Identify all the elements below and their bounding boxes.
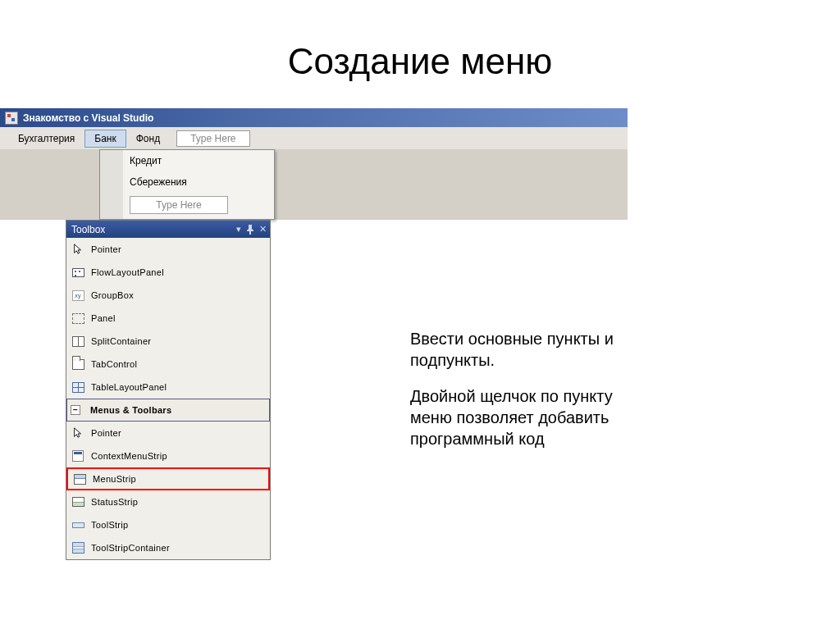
toolbox-item-groupbox[interactable]: xy GroupBox bbox=[66, 284, 270, 307]
toolbox-item-label: ToolStripContainer bbox=[91, 543, 170, 553]
body-text: Ввести основные пункты и подпункты. Двой… bbox=[410, 328, 656, 464]
groupbox-icon: xy bbox=[71, 289, 84, 302]
toolbox-list: Pointer FlowLayoutPanel xy GroupBox Pane… bbox=[66, 238, 270, 559]
toolbox-item-label: Pointer bbox=[91, 244, 121, 254]
toolbox-category-menus[interactable]: − Menus & Toolbars bbox=[66, 399, 270, 422]
toolbox-title: Toolbox bbox=[71, 224, 105, 235]
toolstrip-icon bbox=[71, 518, 84, 531]
menu-item-bank[interactable]: Банк bbox=[84, 130, 126, 148]
toolbox-item-label: TableLayoutPanel bbox=[91, 382, 167, 392]
flowlayout-icon bbox=[71, 266, 84, 279]
pointer-icon bbox=[71, 426, 84, 440]
body-paragraph-2: Двойной щелчок по пункту меню позволяет … bbox=[410, 385, 656, 449]
toolbox-item-toolstripcontainer[interactable]: ToolStripContainer bbox=[66, 536, 270, 559]
dropdown-item-savings[interactable]: Сбережения bbox=[100, 171, 274, 193]
app-icon bbox=[5, 112, 18, 125]
toolbox-item-label: TabControl bbox=[91, 359, 137, 369]
slide-title: Создание меню bbox=[0, 41, 840, 82]
contextmenu-icon bbox=[71, 449, 84, 463]
toolbox-item-panel[interactable]: Panel bbox=[66, 307, 270, 330]
toolbox-item-statusstrip[interactable]: StatusStrip bbox=[66, 490, 270, 513]
toolbox-item-label: StatusStrip bbox=[91, 497, 138, 507]
menu-item-accounting[interactable]: Бухгалтерия bbox=[8, 130, 84, 148]
toolbox-item-tablelayoutpanel[interactable]: TableLayoutPanel bbox=[66, 376, 270, 399]
dropdown-icon[interactable]: ▾ bbox=[236, 224, 241, 235]
toolbox-category-label: Menus & Toolbars bbox=[90, 405, 171, 415]
pointer-icon bbox=[71, 243, 84, 256]
vs-titlebar: Знакомство с Visual Studio bbox=[0, 108, 628, 127]
dropdown-type-here[interactable]: Type Here bbox=[130, 196, 228, 214]
toolbox-item-tabcontrol[interactable]: TabControl bbox=[66, 353, 270, 376]
toolbox-item-contextmenustrip[interactable]: ContextMenuStrip bbox=[66, 444, 270, 467]
toolbox-item-label: Pointer bbox=[91, 428, 121, 438]
dropdown-item-credit[interactable]: Кредит bbox=[100, 150, 274, 171]
toolbox-item-pointer2[interactable]: Pointer bbox=[66, 422, 270, 444]
toolbox-item-menustrip[interactable]: MenuStrip bbox=[66, 467, 270, 490]
toolbox-item-label: ToolStrip bbox=[91, 520, 129, 530]
toolbox-item-splitcontainer[interactable]: SplitContainer bbox=[66, 330, 270, 353]
menu-dropdown: Кредит Сбережения Type Here bbox=[99, 149, 275, 220]
toolbox-item-flowlayoutpanel[interactable]: FlowLayoutPanel bbox=[66, 261, 270, 284]
toolbox-item-pointer[interactable]: Pointer bbox=[66, 238, 270, 261]
toolbox-item-label: Panel bbox=[91, 313, 116, 323]
panel-icon bbox=[71, 312, 84, 325]
splitcontainer-icon bbox=[71, 335, 84, 348]
vs-menubar: Бухгалтерия Банк Фонд Type Here bbox=[0, 127, 628, 149]
menu-type-here[interactable]: Type Here bbox=[176, 130, 249, 147]
toolbox-item-label: GroupBox bbox=[91, 290, 134, 300]
toolbox-item-toolstrip[interactable]: ToolStrip bbox=[66, 513, 270, 536]
collapse-icon[interactable]: − bbox=[71, 405, 80, 415]
toolstripcontainer-icon bbox=[71, 541, 84, 554]
window-title: Знакомство с Visual Studio bbox=[23, 112, 153, 124]
tabcontrol-icon bbox=[71, 358, 84, 371]
menustrip-icon bbox=[73, 472, 86, 485]
toolbox-item-label: SplitContainer bbox=[91, 336, 151, 346]
toolbox-item-label: FlowLayoutPanel bbox=[91, 267, 164, 277]
toolbox-item-label: MenuStrip bbox=[93, 474, 136, 484]
pin-icon[interactable] bbox=[246, 225, 254, 235]
menu-item-fund[interactable]: Фонд bbox=[126, 130, 170, 148]
toolbox-panel: Toolbox ▾ ✕ Pointer FlowLayoutPanel xy G… bbox=[66, 220, 271, 560]
toolbox-item-label: ContextMenuStrip bbox=[91, 451, 167, 461]
statusstrip-icon bbox=[71, 495, 84, 508]
vs-window: Знакомство с Visual Studio Бухгалтерия Б… bbox=[0, 107, 628, 220]
toolbox-header: Toolbox ▾ ✕ bbox=[66, 221, 270, 238]
close-icon[interactable]: ✕ bbox=[259, 224, 267, 235]
body-paragraph-1: Ввести основные пункты и подпункты. bbox=[410, 328, 656, 371]
tablelayout-icon bbox=[71, 381, 84, 394]
